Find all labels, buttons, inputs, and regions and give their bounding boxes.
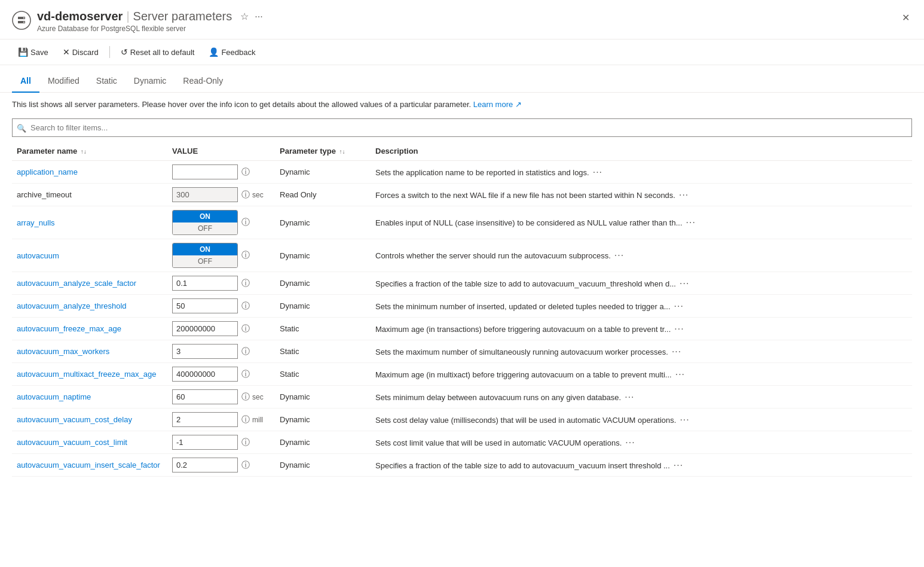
info-icon[interactable]: ⓘ (241, 217, 250, 228)
tab-all[interactable]: All (12, 70, 39, 93)
learn-more-link[interactable]: Learn more ↗ (473, 100, 522, 109)
param-name-link[interactable]: autovacuum_analyze_threshold (17, 301, 127, 310)
reset-button[interactable]: ↺ Reset all to default (115, 44, 201, 60)
info-icon[interactable]: ⓘ (241, 414, 250, 425)
more-options-button[interactable]: ··· (676, 277, 693, 290)
param-name-link[interactable]: autovacuum (17, 251, 59, 260)
discard-button[interactable]: ✕ Discard (57, 44, 105, 60)
more-options-icon[interactable]: ··· (255, 11, 262, 22)
info-icon[interactable]: ⓘ (241, 167, 250, 178)
more-options-button[interactable]: ··· (671, 322, 687, 336)
search-icon: 🔍 (17, 123, 26, 132)
param-value-input[interactable] (172, 321, 238, 336)
param-value-cell: ⓘ (167, 431, 275, 454)
param-value-input[interactable] (172, 435, 238, 450)
info-icon[interactable]: ⓘ (241, 324, 250, 334)
param-description: Sets the minimum number of inserted, upd… (371, 295, 912, 318)
param-value-cell: ONOFFⓘ (167, 239, 275, 272)
info-icon[interactable]: ⓘ (241, 369, 250, 380)
tab-static[interactable]: Static (88, 70, 126, 93)
star-icon[interactable]: ☆ (240, 11, 249, 22)
table-row: array_nullsONOFFⓘDynamicEnables input of… (12, 206, 912, 239)
info-icon[interactable]: ⓘ (241, 437, 250, 448)
info-icon[interactable]: ⓘ (241, 190, 250, 200)
param-value-input[interactable] (172, 389, 238, 404)
toggle-on-label: ON (173, 211, 237, 222)
param-type: Dynamic (275, 206, 371, 239)
more-options-button[interactable]: ··· (670, 459, 687, 472)
param-name-link[interactable]: autovacuum_max_workers (17, 347, 109, 356)
tab-readonly[interactable]: Read-Only (175, 70, 231, 93)
tab-modified[interactable]: Modified (39, 70, 88, 93)
more-options-button[interactable]: ··· (621, 391, 638, 404)
param-value-input[interactable] (172, 412, 238, 427)
param-value-input[interactable] (172, 164, 238, 179)
param-value-input[interactable] (172, 367, 238, 382)
tab-bar: All Modified Static Dynamic Read-Only (0, 70, 924, 93)
param-value-cell: ⓘmill (167, 409, 275, 431)
info-icon[interactable]: ⓘ (241, 346, 250, 357)
param-description: Sets minimum delay between autovacuum ru… (371, 386, 912, 409)
col-header-name[interactable]: Parameter name ↑↓ (12, 142, 167, 161)
table-row: autovacuum_freeze_max_ageⓘStaticMaximum … (12, 318, 912, 340)
toggle-off-label: OFF (173, 255, 237, 267)
table-row: autovacuum_multixact_freeze_max_ageⓘStat… (12, 363, 912, 386)
table-row: autovacuum_vacuum_cost_limitⓘDynamicSets… (12, 431, 912, 454)
tab-dynamic[interactable]: Dynamic (126, 70, 175, 93)
table-row: autovacuumONOFFⓘDynamicControls whether … (12, 239, 912, 272)
toggle-switch[interactable]: ONOFF (172, 210, 238, 235)
info-icon[interactable]: ⓘ (241, 460, 250, 471)
toolbar-divider (109, 46, 110, 58)
info-icon[interactable]: ⓘ (241, 392, 250, 403)
param-name-link[interactable]: autovacuum_naptime (17, 392, 91, 401)
toolbar: 💾 Save ✕ Discard ↺ Reset all to default … (0, 39, 924, 65)
more-options-button[interactable]: ··· (611, 249, 628, 262)
more-options-button[interactable]: ··· (683, 216, 699, 229)
more-options-button[interactable]: ··· (589, 166, 606, 179)
col-header-type[interactable]: Parameter type ↑↓ (275, 142, 371, 161)
param-value-cell: ⓘsec (167, 386, 275, 409)
param-name-link[interactable]: autovacuum_multixact_freeze_max_age (17, 370, 156, 379)
feedback-button[interactable]: 👤 Feedback (203, 44, 261, 60)
save-button[interactable]: 💾 Save (12, 44, 54, 60)
search-input[interactable] (12, 118, 912, 137)
more-options-button[interactable]: ··· (668, 345, 685, 358)
toggle-switch[interactable]: ONOFF (172, 243, 238, 268)
close-button[interactable]: ✕ (899, 10, 912, 26)
param-name-link[interactable]: autovacuum_vacuum_insert_scale_factor (17, 461, 160, 470)
param-value-cell: ⓘ (167, 454, 275, 477)
unit-label: sec (252, 393, 264, 401)
param-value-input[interactable] (172, 458, 238, 472)
param-name-link[interactable]: autovacuum_vacuum_cost_delay (17, 415, 132, 424)
param-type: Dynamic (275, 454, 371, 477)
param-name-link[interactable]: application_name (17, 167, 78, 176)
table-row: autovacuum_max_workersⓘStaticSets the ma… (12, 340, 912, 363)
param-description: Maximum age (in transactions) before tri… (371, 318, 912, 340)
more-options-button[interactable]: ··· (675, 188, 692, 202)
param-value-input[interactable] (172, 298, 238, 313)
more-options-button[interactable]: ··· (672, 368, 689, 381)
param-type: Dynamic (275, 295, 371, 318)
page-title: Server parameters (133, 10, 232, 23)
more-options-button[interactable]: ··· (622, 436, 638, 449)
param-value-input[interactable] (172, 276, 238, 291)
info-icon[interactable]: ⓘ (241, 250, 250, 261)
param-type: Dynamic (275, 161, 371, 184)
more-options-button[interactable]: ··· (671, 300, 687, 313)
param-value-input[interactable] (172, 344, 238, 359)
param-type: Dynamic (275, 431, 371, 454)
info-text: This list shows all server parameters. P… (0, 93, 924, 114)
param-value-cell: ⓘ (167, 318, 275, 340)
feedback-icon: 👤 (209, 47, 219, 57)
discard-icon: ✕ (63, 47, 70, 57)
param-name-link[interactable]: array_nulls (17, 218, 55, 227)
info-icon[interactable]: ⓘ (241, 278, 250, 289)
more-options-button[interactable]: ··· (676, 413, 693, 426)
param-name-link[interactable]: autovacuum_analyze_scale_factor (17, 279, 136, 288)
param-name-link[interactable]: autovacuum_freeze_max_age (17, 324, 121, 333)
param-value-cell: ⓘ (167, 363, 275, 386)
param-description: Sets the maximum number of simultaneousl… (371, 340, 912, 363)
info-icon[interactable]: ⓘ (241, 301, 250, 312)
param-name-link[interactable]: autovacuum_vacuum_cost_limit (17, 438, 127, 447)
param-description: Controls whether the server should run t… (371, 239, 912, 272)
